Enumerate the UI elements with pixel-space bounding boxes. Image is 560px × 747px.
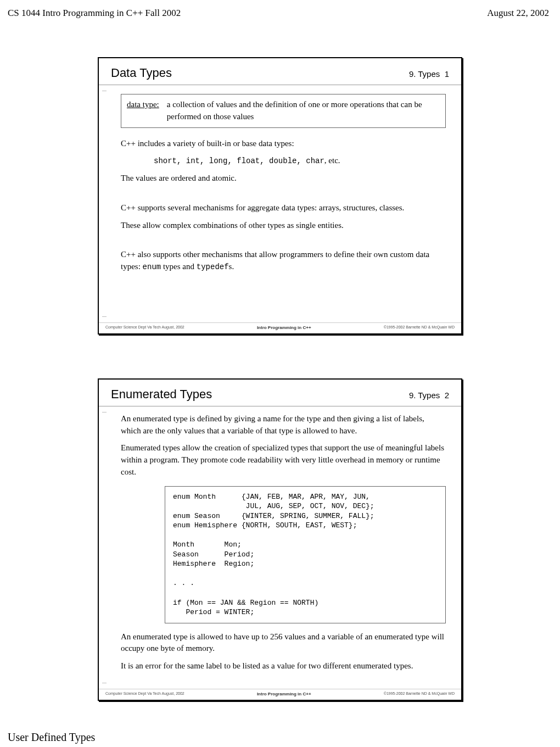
slide-body: data type: a collection of values and th… (99, 85, 461, 322)
slide-header: Enumerated Types 9. Types 2 (99, 380, 461, 406)
slide-2: Enumerated Types 9. Types 2 An enumerate… (98, 378, 462, 701)
slide-title: Data Types (111, 66, 172, 80)
paragraph: C++ includes a variety of built-in or ba… (121, 138, 446, 150)
slide-section: 9. Types 2 (409, 391, 449, 400)
slide-footer: Computer Science Dept Va Tech August, 20… (99, 689, 461, 700)
slide-footer: Computer Science Dept Va Tech August, 20… (99, 322, 461, 333)
footer-right: ©1995-2002 Barnette ND & McQuain WD (384, 325, 455, 330)
paragraph: An enumerated type is allowed to have up… (121, 631, 446, 655)
page-footer: User Defined Types (8, 731, 95, 744)
slide-title: Enumerated Types (111, 387, 212, 402)
code-block: enum Month {JAN, FEB, MAR, APR, MAY, JUN… (165, 486, 446, 623)
definition-text: a collection of values and the definitio… (167, 99, 440, 123)
paragraph: C++ also supports other mechanisms that … (121, 249, 446, 273)
footer-left: Computer Science Dept Va Tech August, 20… (105, 325, 184, 330)
footer-mid: Intro Programming in C++ (257, 325, 311, 330)
footer-mid: Intro Programming in C++ (257, 692, 311, 696)
page-header: CS 1044 Intro Programming in C++ Fall 20… (0, 0, 560, 24)
paragraph: An enumerated type is defined by giving … (121, 413, 446, 437)
slide-section: 9. Types 1 (409, 69, 449, 79)
code-line: short, int, long, float, double, char, e… (154, 155, 446, 167)
paragraph: It is an error for the same label to be … (121, 660, 446, 672)
paragraph: C++ supports several mechanisms for aggr… (121, 202, 446, 214)
slide-1: Data Types 9. Types 1 data type: a colle… (98, 57, 462, 335)
header-right: August 22, 2002 (487, 8, 549, 19)
header-left: CS 1044 Intro Programming in C++ Fall 20… (8, 8, 181, 19)
paragraph: Enumerated types allow the creation of s… (121, 442, 446, 478)
slide-body: An enumerated type is defined by giving … (99, 406, 461, 689)
definition-term: data type: (127, 99, 159, 123)
footer-left: Computer Science Dept Va Tech August, 20… (105, 692, 184, 696)
definition-box: data type: a collection of values and th… (121, 94, 446, 128)
slide-header: Data Types 9. Types 1 (99, 58, 461, 85)
paragraph: These allow complex combinations of othe… (121, 220, 446, 232)
paragraph: The values are ordered and atomic. (121, 172, 446, 185)
footer-right: ©1995-2002 Barnette ND & McQuain WD (384, 692, 455, 696)
